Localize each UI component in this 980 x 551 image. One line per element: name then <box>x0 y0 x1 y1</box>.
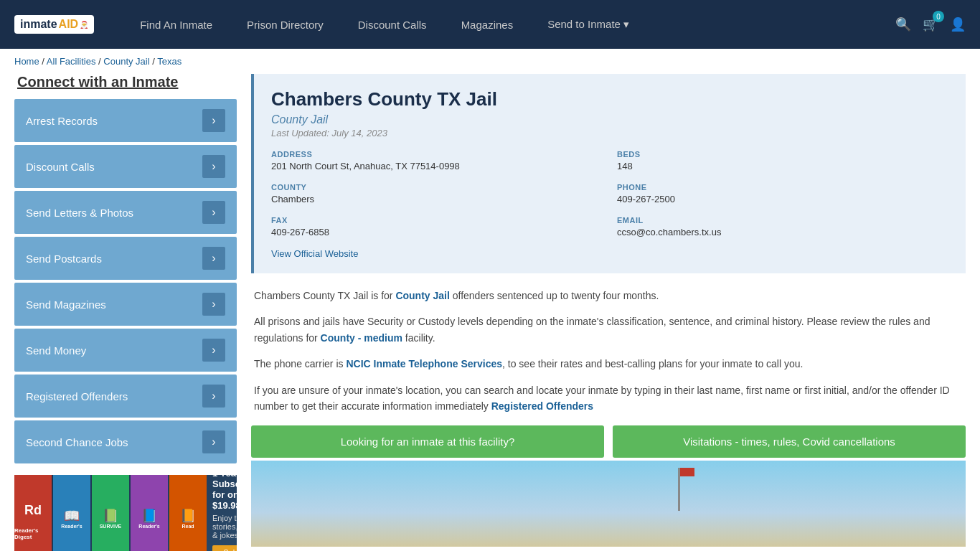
nav-prison-directory[interactable]: Prison Directory <box>230 0 341 49</box>
desc-p3-before: The phone carrier is <box>254 358 346 369</box>
sidebar-item-send-money[interactable]: Send Money › <box>14 329 237 372</box>
desc-p1-before: Chambers County TX Jail is for <box>254 290 395 301</box>
facility-name: Chambers County TX Jail <box>271 88 948 110</box>
desc-paragraph-4: If you are unsure of your inmate's locat… <box>254 382 963 415</box>
registered-offenders-link[interactable]: Registered Offenders <box>491 400 593 412</box>
nav-magazines[interactable]: Magazines <box>444 0 531 49</box>
view-official-website-link[interactable]: View Official Website <box>271 248 358 259</box>
sidebar-title: Connect with an Inmate <box>14 74 237 90</box>
desc-paragraph-1: Chambers County TX Jail is for County Ja… <box>254 288 963 303</box>
address-label: ADDRESS <box>271 150 603 159</box>
sidebar-item-send-magazines[interactable]: Send Magazines › <box>14 283 237 326</box>
bottom-buttons: Looking for an inmate at this facility? … <box>251 425 966 458</box>
facility-description: Chambers County TX Jail is for County Ja… <box>251 288 966 414</box>
ad-magazine-2: 📖 Reader's <box>53 475 90 551</box>
facility-image <box>251 461 966 547</box>
sidebar-arrow-registered-offenders: › <box>202 385 225 408</box>
nav-right: 🔍 🛒 0 👤 <box>895 17 966 32</box>
county-block: COUNTY Chambers <box>271 183 603 204</box>
desc-p1-after: offenders sentenced up to twenty four mo… <box>450 290 659 301</box>
sidebar-item-send-letters[interactable]: Send Letters & Photos › <box>14 191 237 234</box>
sidebar-label-second-chance-jobs: Second Chance Jobs <box>26 436 128 448</box>
ncic-link[interactable]: NCIC Inmate Telephone Services <box>346 358 502 369</box>
ad-magazine-5: 📙 Read <box>169 475 207 551</box>
county-medium-link[interactable]: County - medium <box>321 332 402 344</box>
logo-icon: 🎅 <box>80 21 88 29</box>
visitations-button[interactable]: Visitations - times, rules, Covid cancel… <box>613 425 966 458</box>
sidebar-item-second-chance-jobs[interactable]: Second Chance Jobs › <box>14 420 237 463</box>
address-block: ADDRESS 201 North Court St, Anahuac, TX … <box>271 150 603 171</box>
looking-for-inmate-button[interactable]: Looking for an inmate at this facility? <box>251 425 604 458</box>
nav-links: Find An Inmate Prison Directory Discount… <box>123 0 895 49</box>
sidebar-arrow-arrest-records: › <box>202 109 225 132</box>
fax-block: FAX 409-267-6858 <box>271 216 603 237</box>
breadcrumb-all-facilities[interactable]: All Facilities <box>47 56 96 67</box>
email-value: ccso@co.chambers.tx.us <box>617 227 948 237</box>
user-icon[interactable]: 👤 <box>950 17 966 32</box>
desc-paragraph-2: All prisons and jails have Security or C… <box>254 314 963 346</box>
phone-block: PHONE 409-267-2500 <box>617 183 948 204</box>
nav-send-to-inmate[interactable]: Send to Inmate ▾ <box>530 0 646 49</box>
ad-subtitle: Enjoy the BEST stories, advice & jokes! <box>212 514 237 540</box>
breadcrumb-county-jail[interactable]: County Jail <box>103 56 149 67</box>
search-icon[interactable]: 🔍 <box>895 17 911 32</box>
cart-count: 0 <box>933 11 944 22</box>
desc-p2-after: facility. <box>402 332 435 344</box>
desc-p4-before: If you are unsure of your inmate's locat… <box>254 385 950 412</box>
sidebar-label-registered-offenders: Registered Offenders <box>26 390 128 402</box>
desc-p3-after: , to see their rates and best-calling pl… <box>502 358 803 369</box>
sidebar-label-arrest-records: Arrest Records <box>26 115 98 127</box>
breadcrumb-home[interactable]: Home <box>14 56 39 67</box>
ad-subscribe-button[interactable]: Subscribe Now <box>212 545 237 551</box>
ad-magazine-4: 📘 Reader's <box>131 475 168 551</box>
sidebar: Connect with an Inmate Arrest Records › … <box>14 74 237 551</box>
sidebar-label-send-magazines: Send Magazines <box>26 298 106 311</box>
county-jail-link[interactable]: County Jail <box>395 290 449 301</box>
sidebar-arrow-send-magazines: › <box>202 293 225 316</box>
sidebar-label-discount-calls: Discount Calls <box>26 161 95 173</box>
nav-discount-calls[interactable]: Discount Calls <box>341 0 444 49</box>
phone-value: 409-267-2500 <box>617 194 948 204</box>
sidebar-label-send-postcards: Send Postcards <box>26 253 102 265</box>
ad-magazine-3: 📗 SURVIVE <box>92 475 129 551</box>
desc-paragraph-3: The phone carrier is NCIC Inmate Telepho… <box>254 356 963 372</box>
ad-rd-label: Reader's Digest <box>14 527 52 540</box>
beds-block: BEDS 148 <box>617 150 948 171</box>
sidebar-arrow-send-postcards: › <box>202 247 225 270</box>
fax-label: FAX <box>271 216 603 225</box>
flag-pole <box>678 468 680 511</box>
nav-find-inmate[interactable]: Find An Inmate <box>123 0 230 49</box>
county-value: Chambers <box>271 194 603 204</box>
county-label: COUNTY <box>271 183 603 192</box>
sidebar-arrow-send-letters: › <box>202 201 225 224</box>
fax-value: 409-267-6858 <box>271 227 603 237</box>
website-link-container: View Official Website <box>271 248 948 259</box>
main-container: Connect with an Inmate Arrest Records › … <box>0 74 980 551</box>
sidebar-item-discount-calls[interactable]: Discount Calls › <box>14 145 237 188</box>
beds-value: 148 <box>617 161 948 171</box>
breadcrumb: Home / All Facilities / County Jail / Te… <box>0 49 980 74</box>
email-block: EMAIL ccso@co.chambers.tx.us <box>617 216 948 237</box>
sidebar-arrow-second-chance-jobs: › <box>202 430 225 453</box>
ad-title: 1 Year Subscription for only $19.98 <box>212 475 237 511</box>
email-label: EMAIL <box>617 216 948 225</box>
address-value: 201 North Court St, Anahuac, TX 77514-09… <box>271 161 603 171</box>
sidebar-item-registered-offenders[interactable]: Registered Offenders › <box>14 375 237 418</box>
main-content: Chambers County TX Jail County Jail Last… <box>251 74 966 551</box>
logo-text1: inmate <box>20 18 57 31</box>
sidebar-item-send-postcards[interactable]: Send Postcards › <box>14 237 237 280</box>
phone-label: PHONE <box>617 183 948 192</box>
facility-details: ADDRESS 201 North Court St, Anahuac, TX … <box>271 150 948 237</box>
sidebar-label-send-letters: Send Letters & Photos <box>26 207 133 219</box>
ad-magazine-rd: Rd Reader's Digest <box>14 475 52 551</box>
ad-text-block: 1 Year Subscription for only $19.98 Enjo… <box>207 475 237 551</box>
sidebar-item-arrest-records[interactable]: Arrest Records › <box>14 99 237 142</box>
sidebar-arrow-discount-calls: › <box>202 155 225 178</box>
facility-last-updated: Last Updated: July 14, 2023 <box>271 128 948 138</box>
rd-logo: Rd <box>19 496 47 524</box>
site-logo[interactable]: inmate AID 🎅 <box>14 15 94 34</box>
cart-button[interactable]: 🛒 0 <box>923 17 938 32</box>
breadcrumb-state[interactable]: Texas <box>157 56 182 67</box>
sidebar-advertisement: Rd Reader's Digest 📖 Reader's 📗 SURVIVE … <box>14 475 237 551</box>
navigation: inmate AID 🎅 Find An Inmate Prison Direc… <box>0 0 980 49</box>
